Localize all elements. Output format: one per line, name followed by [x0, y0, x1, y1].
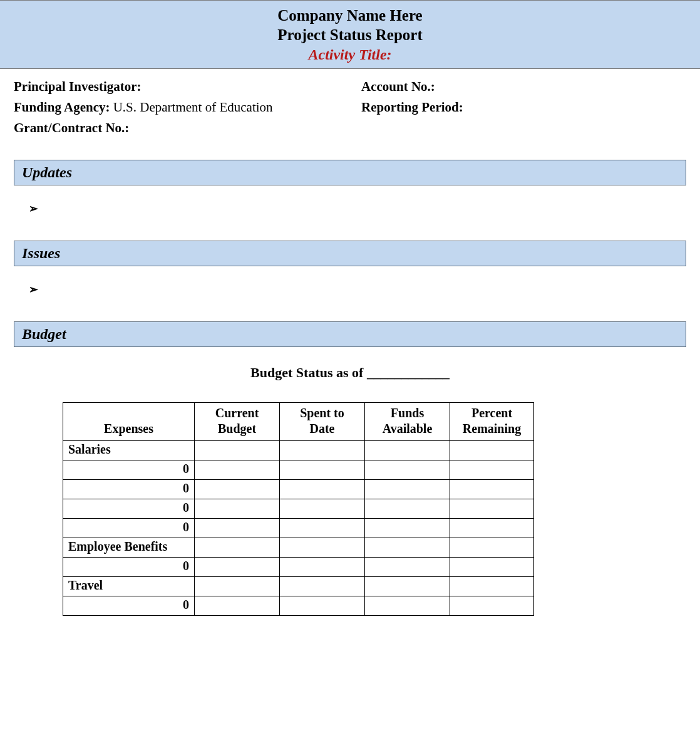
funding-agency-row: Funding Agency: U.S. Department of Educa…	[14, 100, 361, 115]
table-row: Travel	[63, 576, 534, 596]
budget-cell[interactable]	[195, 518, 280, 538]
budget-cell[interactable]	[280, 538, 365, 557]
arrow-bullet-icon: ➢	[29, 283, 38, 296]
updates-section-header: Updates	[14, 160, 686, 185]
expense-label-cell[interactable]: Salaries	[63, 440, 195, 460]
expense-label-cell[interactable]: 0	[63, 499, 195, 518]
budget-cell[interactable]	[450, 518, 534, 538]
issues-bullet-line[interactable]: ➢	[0, 266, 700, 308]
expense-label-cell[interactable]: 0	[63, 518, 195, 538]
table-row: Salaries	[63, 440, 534, 460]
budget-cell[interactable]	[365, 460, 450, 479]
account-no-label: Account No.:	[361, 79, 435, 94]
budget-cell[interactable]	[280, 499, 365, 518]
budget-cell[interactable]	[450, 479, 534, 499]
budget-cell[interactable]	[195, 538, 280, 557]
header-expenses: Expenses	[63, 402, 195, 440]
budget-cell[interactable]	[195, 460, 280, 479]
updates-bullet-line[interactable]: ➢	[0, 185, 700, 227]
principal-investigator-label: Principal Investigator:	[14, 79, 142, 94]
activity-title-label: Activity Title:	[0, 45, 700, 65]
expense-label-cell[interactable]: 0	[63, 479, 195, 499]
grant-contract-row: Grant/Contract No.:	[14, 120, 361, 136]
budget-cell[interactable]	[280, 576, 365, 596]
budget-cell[interactable]	[450, 440, 534, 460]
account-no-row: Account No.:	[361, 79, 686, 95]
budget-table: Expenses CurrentBudget Spent toDate Fund…	[63, 402, 534, 616]
table-row: 0	[63, 460, 534, 479]
company-name: Company Name Here	[0, 6, 700, 25]
expense-label-cell[interactable]: 0	[63, 460, 195, 479]
budget-section-header: Budget	[14, 321, 686, 347]
header-spent-to-date: Spent toDate	[280, 402, 365, 440]
expense-label-cell[interactable]: 0	[63, 557, 195, 576]
budget-cell[interactable]	[365, 479, 450, 499]
expense-label-cell[interactable]: Travel	[63, 576, 195, 596]
budget-table-body: Salaries0000Employee Benefits0Travel0	[63, 440, 534, 615]
header-funds-available: FundsAvailable	[365, 402, 450, 440]
updates-title: Updates	[22, 164, 72, 180]
budget-cell[interactable]	[280, 518, 365, 538]
budget-cell[interactable]	[365, 538, 450, 557]
funding-agency-value[interactable]: U.S. Department of Education	[113, 100, 273, 115]
funding-agency-label: Funding Agency:	[14, 100, 110, 115]
budget-cell[interactable]	[365, 499, 450, 518]
budget-cell[interactable]	[365, 440, 450, 460]
table-row: 0	[63, 479, 534, 499]
arrow-bullet-icon: ➢	[29, 202, 38, 215]
budget-cell[interactable]	[365, 596, 450, 615]
reporting-period-row: Reporting Period:	[361, 100, 686, 115]
budget-cell[interactable]	[450, 557, 534, 576]
budget-cell[interactable]	[280, 479, 365, 499]
budget-cell[interactable]	[195, 557, 280, 576]
report-title: Project Status Report	[0, 25, 700, 44]
principal-investigator-row: Principal Investigator:	[14, 79, 361, 95]
expense-label-cell[interactable]: 0	[63, 596, 195, 615]
budget-cell[interactable]	[450, 460, 534, 479]
header-current-budget: CurrentBudget	[195, 402, 280, 440]
header-percent-remaining: PercentRemaining	[450, 402, 534, 440]
table-row: 0	[63, 499, 534, 518]
budget-cell[interactable]	[280, 596, 365, 615]
budget-cell[interactable]	[195, 440, 280, 460]
issues-section-header: Issues	[14, 241, 686, 266]
reporting-period-label: Reporting Period:	[361, 100, 463, 115]
budget-cell[interactable]	[450, 596, 534, 615]
budget-cell[interactable]	[450, 576, 534, 596]
budget-cell[interactable]	[365, 557, 450, 576]
budget-cell[interactable]	[450, 499, 534, 518]
budget-cell[interactable]	[280, 440, 365, 460]
table-row: 0	[63, 557, 534, 576]
budget-cell[interactable]	[195, 499, 280, 518]
budget-cell[interactable]	[195, 576, 280, 596]
table-row: 0	[63, 518, 534, 538]
budget-cell[interactable]	[450, 538, 534, 557]
document-header: Company Name Here Project Status Report …	[0, 0, 700, 69]
budget-cell[interactable]	[280, 557, 365, 576]
budget-cell[interactable]	[365, 518, 450, 538]
budget-cell[interactable]	[195, 596, 280, 615]
budget-table-header-row: Expenses CurrentBudget Spent toDate Fund…	[63, 402, 534, 440]
budget-status-line: Budget Status as of ____________	[0, 347, 700, 387]
table-row: 0	[63, 596, 534, 615]
budget-status-label: Budget Status as of ____________	[250, 365, 450, 380]
issues-title: Issues	[22, 245, 60, 261]
table-row: Employee Benefits	[63, 538, 534, 557]
info-block: Principal Investigator: Funding Agency: …	[0, 69, 700, 146]
budget-cell[interactable]	[365, 576, 450, 596]
grant-contract-label: Grant/Contract No.:	[14, 120, 129, 135]
budget-cell[interactable]	[280, 460, 365, 479]
budget-title: Budget	[22, 326, 66, 342]
budget-cell[interactable]	[195, 479, 280, 499]
expense-label-cell[interactable]: Employee Benefits	[63, 538, 195, 557]
